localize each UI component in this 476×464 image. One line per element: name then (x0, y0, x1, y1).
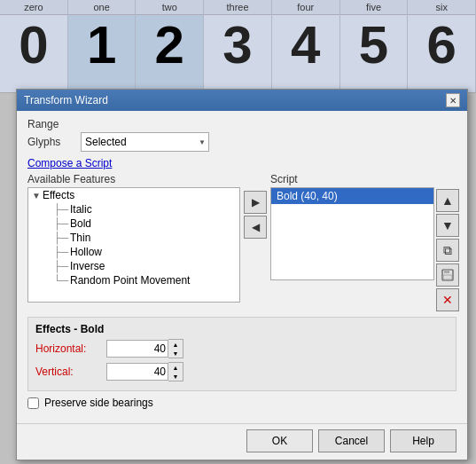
tree-line-inverse: ├─ (53, 260, 68, 272)
bg-col-number-one: 1 (87, 19, 116, 72)
vertical-input[interactable] (106, 363, 168, 381)
tree-item-random[interactable]: └─ Random Point Movement (28, 273, 239, 287)
help-button[interactable]: Help (390, 429, 456, 452)
tree-line-random: └─ (53, 274, 68, 287)
bg-col-header-two: two (136, 0, 203, 15)
tree-item-bold[interactable]: ├─ Bold (28, 216, 239, 231)
tree-item-random-label: Random Point Movement (70, 274, 190, 287)
save-button[interactable] (436, 263, 459, 287)
script-item-bold[interactable]: Bold (40, 40) (271, 188, 433, 204)
bg-col-number-four: 4 (291, 19, 320, 72)
tree-item-italic[interactable]: ├─ Italic (28, 202, 239, 216)
add-to-script-button[interactable]: ▶ (244, 191, 267, 214)
delete-button[interactable]: ✕ (436, 288, 459, 311)
compose-script-link[interactable]: Compose a Script (27, 157, 112, 169)
bg-col-three: three 3 (204, 0, 272, 92)
tree-item-thin-label: Thin (70, 232, 90, 244)
tree-item-effects-label: Effects (43, 189, 74, 201)
horizontal-input[interactable] (106, 340, 168, 358)
bg-col-header-five: five (340, 0, 408, 15)
bg-col-number-two: 2 (155, 19, 184, 72)
effects-section-title: Effects - Bold (35, 323, 449, 335)
vertical-up-button[interactable]: ▲ (168, 363, 183, 372)
horizontal-down-button[interactable]: ▼ (168, 349, 183, 358)
bg-col-header-four: four (272, 0, 339, 15)
dialog-footer: OK Cancel Help (17, 423, 467, 460)
bg-col-number-zero: 0 (19, 19, 48, 72)
horizontal-row: Horizontal: ▲ ▼ (35, 339, 449, 358)
vertical-spinner[interactable]: ▲ ▼ (106, 362, 183, 381)
bg-col-number-six: 6 (426, 19, 456, 72)
glyphs-row: Glyphs Selected All Custom (27, 132, 456, 152)
vertical-label: Vertical: (35, 366, 106, 378)
script-list[interactable]: Bold (40, 40) (270, 187, 434, 280)
preserve-label: Preserve side bearings (44, 397, 153, 409)
close-button[interactable]: ✕ (446, 93, 460, 107)
dialog-titlebar: Transform Wizard ✕ (17, 90, 467, 111)
bg-col-header-six: six (408, 0, 475, 15)
move-up-button[interactable]: ▲ (436, 189, 459, 212)
bg-col-header-three: three (204, 0, 271, 15)
tree-line-thin: ├─ (53, 232, 68, 244)
horizontal-spinner[interactable]: ▲ ▼ (106, 339, 183, 358)
arrow-buttons: ▶ ◀ (244, 189, 267, 311)
bg-col-number-three: 3 (222, 19, 252, 72)
tree-line-hollow: ├─ (53, 246, 68, 258)
save-icon (441, 269, 454, 281)
script-action-buttons: ▲ ▼ ⧉ ✕ (436, 187, 459, 311)
move-down-button[interactable]: ▼ (436, 214, 459, 237)
horizontal-up-button[interactable]: ▲ (168, 340, 183, 349)
bg-col-one: one 1 (68, 0, 137, 92)
tree-item-italic-label: Italic (70, 203, 92, 216)
features-script-panels: Available Features ▼ Effects ├─ Italic ├… (27, 173, 456, 311)
script-section: Script Bold (40, 40) ▲ ▼ ⧉ (270, 173, 459, 311)
duplicate-button[interactable]: ⧉ (436, 239, 459, 262)
bg-col-six: six 6 (408, 0, 476, 92)
tree-item-hollow-label: Hollow (70, 246, 102, 258)
vertical-spin-buttons: ▲ ▼ (168, 362, 183, 381)
bg-col-two: two 2 (136, 0, 204, 92)
dialog-title: Transform Wizard (24, 94, 108, 106)
tree-item-bold-label: Bold (70, 217, 91, 230)
tree-item-hollow[interactable]: ├─ Hollow (28, 245, 239, 259)
vertical-down-button[interactable]: ▼ (168, 372, 183, 381)
glyphs-select[interactable]: Selected All Custom (81, 132, 209, 152)
tree-item-thin[interactable]: ├─ Thin (28, 231, 239, 245)
dialog-body: Range Glyphs Selected All Custom Compose… (17, 111, 467, 423)
tree-line-italic: ├─ (53, 203, 68, 216)
remove-from-script-button[interactable]: ◀ (244, 216, 267, 239)
glyphs-select-wrapper[interactable]: Selected All Custom (81, 132, 209, 152)
script-label: Script (270, 173, 459, 185)
svg-rect-2 (443, 275, 452, 279)
vertical-row: Vertical: ▲ ▼ (35, 362, 449, 381)
tree-item-effects[interactable]: ▼ Effects (28, 188, 239, 202)
available-label: Available Features (27, 173, 240, 185)
tree-item-inverse-label: Inverse (70, 260, 105, 272)
tree-item-inverse[interactable]: ├─ Inverse (28, 259, 239, 273)
available-features-section: Available Features ▼ Effects ├─ Italic ├… (27, 173, 240, 311)
horizontal-label: Horizontal: (35, 342, 106, 355)
preserve-checkbox[interactable] (27, 397, 39, 409)
background-strip: zero 0 one 1 two 2 three 3 four 4 five 5… (0, 0, 476, 93)
glyphs-label: Glyphs (27, 136, 81, 148)
horizontal-spin-buttons: ▲ ▼ (168, 339, 183, 358)
tree-line-bold: ├─ (53, 217, 68, 230)
transform-wizard-dialog: Transform Wizard ✕ Range Glyphs Selected… (16, 89, 468, 460)
bg-col-zero: zero 0 (0, 0, 68, 92)
cancel-button[interactable]: Cancel (318, 429, 385, 452)
effects-bold-section: Effects - Bold Horizontal: ▲ ▼ Vertical:… (27, 317, 456, 391)
range-label: Range (27, 118, 456, 130)
bg-col-header-zero: zero (0, 0, 67, 15)
svg-rect-1 (444, 270, 449, 273)
features-tree[interactable]: ▼ Effects ├─ Italic ├─ Bold ├─ Thin (27, 187, 240, 303)
bg-col-number-five: 5 (359, 19, 388, 72)
ok-button[interactable]: OK (246, 429, 313, 452)
bg-col-five: five 5 (340, 0, 409, 92)
bg-col-four: four 4 (272, 0, 340, 92)
expander-effects[interactable]: ▼ (32, 191, 41, 201)
preserve-row: Preserve side bearings (27, 397, 456, 409)
bg-col-header-one: one (68, 0, 136, 15)
